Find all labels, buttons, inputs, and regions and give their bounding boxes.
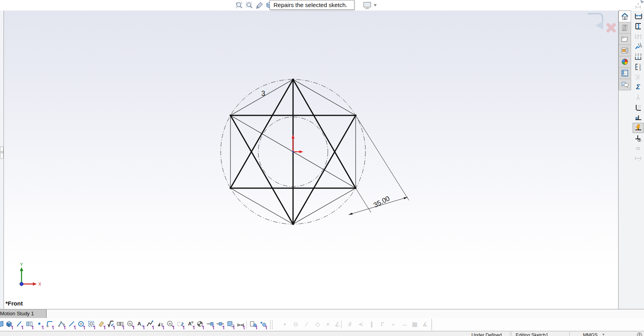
units-selector[interactable]: MMGS — [583, 332, 597, 336]
nearest-snap-icon[interactable]: ≺ — [356, 319, 365, 329]
exit-sketch-arrow-icon[interactable] — [595, 21, 603, 30]
dimension-small-button[interactable] — [633, 153, 644, 164]
task-pane-tab-design-library[interactable] — [619, 22, 631, 34]
zoom-to-area-icon[interactable] — [245, 1, 254, 9]
circle-tool-icon[interactable] — [77, 320, 86, 330]
pushpin-icon — [122, 326, 125, 330]
horizontal-dimension-icon — [634, 12, 642, 20]
perpendicular-eye-button[interactable] — [633, 133, 644, 143]
globe-status-icon[interactable] — [637, 332, 642, 336]
hexagon-edge[interactable] — [293, 188, 356, 224]
sketch-origin[interactable] — [291, 135, 303, 153]
horizontal-ordinate-button[interactable]: 123 — [633, 52, 644, 62]
angle-snap-icon[interactable]: ∠ — [333, 319, 342, 329]
tangent-snap-icon[interactable]: ∂ — [345, 319, 354, 329]
task-pane-tab-home[interactable] — [619, 11, 631, 22]
center-snap-icon[interactable]: ⊙ — [291, 319, 300, 329]
horizontal-dimension-button[interactable] — [633, 11, 644, 21]
baseline-dimension-button[interactable] — [633, 31, 644, 41]
pushpin-icon — [212, 326, 215, 330]
angle-measure-snap-icon[interactable]: ∡ — [420, 319, 430, 329]
ordinate-dimension-button[interactable]: 12 3 — [633, 41, 644, 52]
intersection-snap-icon[interactable]: × — [323, 319, 333, 329]
dimension-tool-icon[interactable] — [236, 320, 246, 330]
nameplate-icon[interactable] — [116, 320, 125, 330]
text-tool-icon[interactable]: A — [136, 320, 146, 330]
line-snap-icon[interactable]: ∕ — [302, 319, 311, 329]
offset-entities-icon[interactable] — [87, 320, 96, 330]
perpendicular-button[interactable] — [633, 113, 644, 123]
graphics-viewport[interactable]: 35.00 3 Y X — [4, 11, 619, 309]
stamp-tool-icon[interactable] — [176, 320, 185, 330]
equal-relation-button[interactable] — [633, 143, 644, 153]
triad-y-label: Y — [20, 262, 23, 267]
mirror-entities-icon[interactable] — [25, 320, 34, 330]
chain-dimension-button[interactable]: 1,2,3 — [633, 72, 644, 82]
magnifier-n-icon[interactable]: N — [126, 320, 135, 330]
horizontal-snap-icon[interactable]: Γ — [378, 319, 387, 329]
star-line[interactable] — [230, 115, 293, 224]
polyline-tool-icon[interactable] — [57, 320, 67, 330]
check-sketch-icon[interactable] — [106, 320, 116, 330]
pushpin-icon — [83, 326, 86, 330]
quadrant-snap-icon[interactable]: ◇ — [313, 319, 322, 329]
panel-splitter-handle[interactable] — [0, 146, 4, 159]
length-snap-icon[interactable]: ↔ — [400, 319, 409, 329]
eraser-tool-icon[interactable] — [97, 320, 106, 330]
modify-sketch-icon[interactable] — [249, 320, 258, 330]
sphere-tool-icon[interactable] — [259, 320, 268, 330]
corner-rectangle-grid-button[interactable] — [633, 102, 644, 113]
hexagon-edge[interactable] — [293, 79, 356, 115]
auto-dimension-button[interactable] — [633, 1, 644, 11]
cancel-sketch-x-icon[interactable] — [606, 23, 617, 33]
section-view-icon[interactable] — [255, 1, 264, 9]
task-pane-tab-online-resources[interactable] — [619, 56, 631, 68]
pie-view-icon[interactable] — [196, 320, 205, 330]
dimension-value[interactable]: 35.00 — [372, 194, 391, 209]
task-pane-tab-comments[interactable] — [619, 79, 631, 90]
trim-entities-icon[interactable] — [206, 320, 215, 330]
toolbar-drag-handle[interactable] — [270, 320, 273, 329]
corner-snap-icon[interactable]: ⌐ — [389, 319, 398, 329]
dimension-toolbar: 12 3 123 123 1,2,3 — [633, 1, 644, 164]
annotation-3[interactable]: 3 — [261, 90, 265, 97]
corner-rectangle-icon[interactable] — [45, 320, 55, 330]
task-pane-tab-appearances[interactable] — [619, 45, 631, 56]
repair-sketch-button[interactable] — [633, 123, 644, 133]
dimension-35[interactable]: 35.00 — [349, 115, 409, 215]
hexagon-edge[interactable] — [230, 79, 293, 115]
zoom-to-fit-icon[interactable] — [235, 1, 243, 9]
text-degree-icon[interactable]: A — [186, 320, 196, 330]
line-tool-icon[interactable] — [67, 320, 77, 330]
hexagon-edge[interactable] — [230, 188, 293, 224]
grid-snap-icon[interactable]: ▦ — [410, 319, 419, 329]
dimension-arrowhead — [349, 213, 353, 215]
cube-tool-icon[interactable] — [5, 320, 14, 330]
extend-entities-icon[interactable] — [216, 320, 225, 330]
shaded-region-icon[interactable] — [226, 320, 236, 330]
exit-sketch-arrow-icon[interactable] — [588, 14, 603, 22]
point-snap-icon[interactable]: • — [280, 319, 290, 329]
motion-study-tab[interactable]: Motion Study 1 — [0, 309, 47, 318]
equations-button[interactable]: Σ — [633, 82, 644, 92]
split-entities-button[interactable] — [633, 92, 644, 102]
pushpin-icon — [74, 326, 77, 330]
vertical-dimension-button[interactable] — [633, 21, 644, 31]
task-pane-tab-custom-properties[interactable] — [619, 68, 631, 79]
protractor-icon[interactable] — [156, 320, 165, 330]
parallel-snap-icon[interactable]: ∥ — [367, 319, 376, 329]
magnifier-a-icon[interactable]: A — [166, 320, 175, 330]
tooltip: Repairs the selected sketch. — [270, 0, 354, 10]
task-pane-tab-file-explorer[interactable] — [619, 34, 631, 45]
vertical-ordinate-icon: 123 — [634, 63, 642, 71]
star-line[interactable] — [293, 115, 356, 224]
display-style-monitor-icon[interactable] — [363, 2, 371, 9]
spline-tool-icon[interactable] — [146, 320, 155, 330]
units-dropdown-caret[interactable]: ▾ — [603, 332, 604, 336]
star-line[interactable] — [293, 79, 356, 188]
pencil-line-icon[interactable] — [15, 320, 24, 330]
equal-relation-icon — [634, 144, 642, 152]
vertical-ordinate-button[interactable]: 123 — [633, 62, 644, 72]
display-style-dropdown-caret[interactable] — [374, 4, 377, 6]
point-tool-icon[interactable] — [35, 320, 45, 330]
